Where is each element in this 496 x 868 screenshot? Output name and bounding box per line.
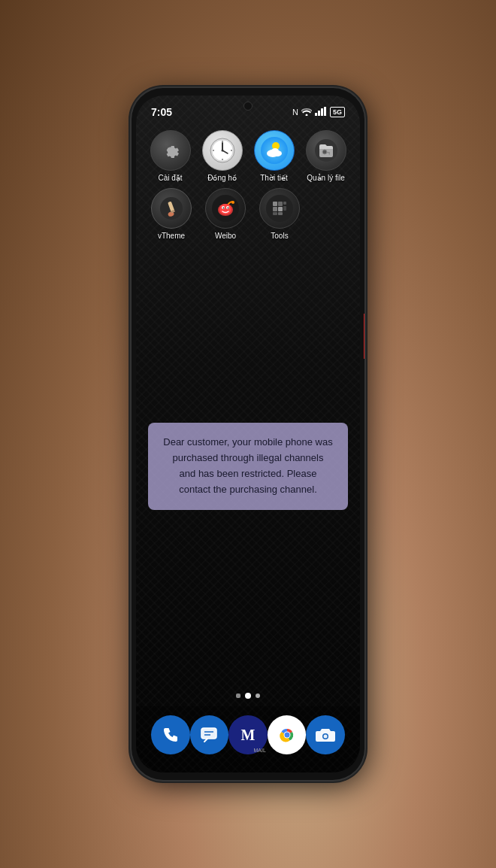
app-item-filemanager[interactable]: Quản lý file — [304, 130, 348, 182]
network-indicator: N — [292, 108, 298, 117]
tools-icon[interactable] — [259, 188, 300, 229]
app-item-vtheme[interactable]: vTheme — [148, 188, 195, 240]
svg-rect-22 — [328, 153, 330, 155]
svg-rect-37 — [278, 202, 283, 206]
app-item-tools[interactable]: Tools — [256, 188, 303, 240]
svg-rect-40 — [278, 207, 283, 211]
phone-device: 7:05 N — [132, 88, 364, 780]
tools-label: Tools — [271, 232, 288, 240]
page-dot-2 — [245, 693, 251, 699]
svg-rect-0 — [315, 113, 317, 116]
dock-camera[interactable] — [306, 715, 345, 754]
weather-icon[interactable] — [254, 130, 295, 171]
app-item-weibo[interactable]: Weibo — [202, 188, 249, 240]
svg-point-8 — [221, 150, 223, 152]
dock-chrome[interactable] — [268, 715, 307, 754]
side-button — [364, 314, 364, 359]
phone-screen: 7:05 N — [136, 96, 360, 772]
svg-point-17 — [271, 148, 279, 154]
notification-banner: Dear customer, your mobile phone was pur… — [148, 423, 348, 509]
svg-rect-36 — [273, 202, 277, 206]
svg-rect-42 — [278, 212, 283, 215]
weibo-label: Weibo — [215, 232, 236, 240]
vtheme-label: vTheme — [158, 232, 185, 240]
filemanager-label: Quản lý file — [307, 174, 344, 182]
svg-point-33 — [228, 208, 229, 209]
page-dot-1 — [236, 693, 240, 698]
svg-point-20 — [322, 150, 327, 154]
svg-rect-38 — [283, 202, 286, 205]
svg-rect-1 — [318, 111, 320, 116]
dock-mail[interactable]: M MAIL — [228, 715, 268, 754]
weather-label: Thời tiết — [260, 174, 287, 182]
wifi-icon — [301, 107, 312, 117]
notification-text: Dear customer, your mobile phone was pur… — [163, 435, 333, 497]
signal-icon — [315, 107, 327, 117]
notification-area: Dear customer, your mobile phone was pur… — [136, 247, 360, 685]
svg-point-53 — [324, 735, 328, 739]
app-row-1: Cài đặt — [148, 130, 348, 182]
svg-rect-39 — [273, 207, 277, 211]
svg-rect-41 — [273, 212, 277, 215]
vtheme-icon[interactable] — [151, 188, 192, 229]
status-time: 7:05 — [151, 106, 172, 118]
camera-notch — [243, 102, 253, 111]
dock-phone[interactable] — [151, 715, 190, 754]
settings-label: Cài đặt — [158, 174, 182, 182]
filemanager-icon[interactable] — [306, 130, 346, 171]
svg-rect-2 — [321, 108, 323, 116]
svg-point-34 — [231, 201, 234, 204]
svg-point-32 — [223, 208, 225, 209]
weibo-icon[interactable] — [205, 188, 246, 229]
app-item-clock[interactable]: Đồng hồ — [200, 130, 244, 182]
app-item-settings[interactable]: Cài đặt — [148, 130, 192, 182]
svg-rect-44 — [201, 728, 216, 739]
svg-rect-3 — [324, 107, 326, 116]
svg-rect-43 — [283, 206, 286, 211]
settings-icon[interactable] — [150, 130, 191, 171]
page-indicators — [136, 685, 360, 706]
app-item-weather[interactable]: Thời tiết — [252, 130, 296, 182]
app-row-2: vTheme — [148, 188, 348, 240]
svg-point-51 — [284, 733, 289, 738]
svg-rect-21 — [327, 152, 330, 153]
status-icons: N 5G — [292, 107, 345, 117]
dock: M MAIL — [136, 706, 360, 772]
app-grid: Cài đặt — [136, 123, 360, 247]
clock-label: Đồng hồ — [207, 174, 237, 182]
battery-5g: 5G — [330, 107, 345, 117]
clock-icon[interactable] — [202, 130, 243, 171]
page-dot-3 — [256, 693, 260, 698]
dock-messages[interactable] — [190, 715, 229, 754]
